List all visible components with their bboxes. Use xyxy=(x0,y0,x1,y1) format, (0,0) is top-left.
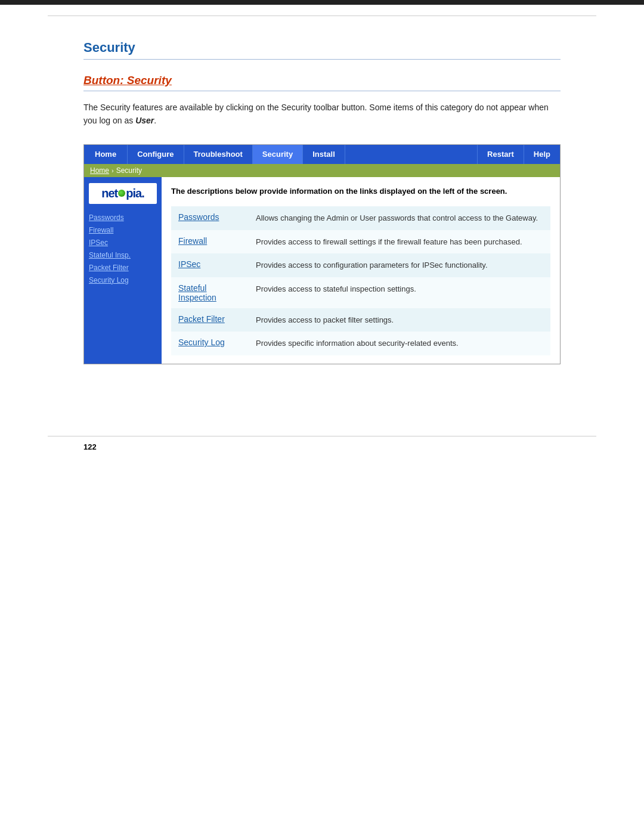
subsection-title: Button: Security xyxy=(83,74,561,91)
breadcrumb-bar: Home › Security xyxy=(84,164,560,177)
sidebar-firewall[interactable]: Firewall xyxy=(89,225,157,236)
security-items-table: PasswordsAllows changing the Admin or Us… xyxy=(171,206,550,355)
table-row: FirewallProvides access to firewall sett… xyxy=(171,230,550,254)
item-link-security-log[interactable]: Security Log xyxy=(178,337,225,347)
item-link-cell: Passwords xyxy=(171,206,249,230)
logo-text: netpia. xyxy=(101,187,144,200)
intro-text: The descriptions below provide informati… xyxy=(171,185,550,197)
subsection-prefix: Button: xyxy=(83,74,127,86)
logo-dot xyxy=(118,190,125,197)
item-link-cell: IPSec xyxy=(171,253,249,277)
sidebar: netpia. Passwords Firewall IPSec Statefu… xyxy=(84,177,162,364)
sidebar-packet-filter[interactable]: Packet Filter xyxy=(89,262,157,273)
item-desc-cell: Provides access to firewall settings if … xyxy=(249,230,550,254)
breadcrumb-current: Security xyxy=(116,166,142,175)
table-row: PasswordsAllows changing the Admin or Us… xyxy=(171,206,550,230)
sidebar-passwords[interactable]: Passwords xyxy=(89,212,157,223)
breadcrumb-separator: › xyxy=(112,167,114,174)
item-link-stateful-inspection[interactable]: Stateful Inspection xyxy=(178,283,216,302)
desc-end: . xyxy=(154,116,156,125)
description-text: The Security features are available by c… xyxy=(83,101,561,128)
item-link-cell: Firewall xyxy=(171,230,249,254)
toolbar-install[interactable]: Install xyxy=(303,145,345,164)
toolbar-nav: Configure Troubleshoot Security Install xyxy=(128,145,477,164)
top-bar xyxy=(0,0,644,5)
toolbar-restart[interactable]: Restart xyxy=(477,145,524,164)
toolbar-home-button[interactable]: Home xyxy=(84,145,128,164)
section-title: Security xyxy=(83,40,561,60)
item-desc-cell: Allows changing the Admin or User passwo… xyxy=(249,206,550,230)
browser-main: netpia. Passwords Firewall IPSec Statefu… xyxy=(84,177,560,364)
table-row: IPSecProvides access to configuration pa… xyxy=(171,253,550,277)
table-row: Packet FilterProvides access to packet f… xyxy=(171,308,550,332)
toolbar-troubleshoot[interactable]: Troubleshoot xyxy=(184,145,253,164)
item-desc-cell: Provides specific information about secu… xyxy=(249,332,550,355)
toolbar-right: Restart Help xyxy=(477,145,560,164)
sidebar-logo: netpia. xyxy=(89,183,157,204)
item-link-firewall[interactable]: Firewall xyxy=(178,236,207,246)
item-link-cell: Stateful Inspection xyxy=(171,277,249,308)
page-content: Security Button: Security The Security f… xyxy=(0,16,644,400)
content-panel: The descriptions below provide informati… xyxy=(162,177,560,364)
sidebar-ipsec[interactable]: IPSec xyxy=(89,237,157,248)
browser-mock: Home Configure Troubleshoot Security Ins… xyxy=(83,144,561,364)
item-desc-cell: Provides access to stateful inspection s… xyxy=(249,277,550,308)
desc-bold: User xyxy=(135,116,154,125)
item-link-packet-filter[interactable]: Packet Filter xyxy=(178,314,225,324)
breadcrumb-home[interactable]: Home xyxy=(90,166,109,175)
item-link-ipsec[interactable]: IPSec xyxy=(178,259,200,269)
table-row: Security LogProvides specific informatio… xyxy=(171,332,550,355)
page-number: 122 xyxy=(0,436,644,457)
sidebar-security-log[interactable]: Security Log xyxy=(89,275,157,286)
browser-toolbar: Home Configure Troubleshoot Security Ins… xyxy=(84,145,560,164)
toolbar-help[interactable]: Help xyxy=(524,145,560,164)
toolbar-security[interactable]: Security xyxy=(253,145,303,164)
sidebar-stateful-insp[interactable]: Stateful Insp. xyxy=(89,250,157,261)
item-link-cell: Packet Filter xyxy=(171,308,249,332)
table-row: Stateful InspectionProvides access to st… xyxy=(171,277,550,308)
item-link-cell: Security Log xyxy=(171,332,249,355)
toolbar-configure[interactable]: Configure xyxy=(128,145,184,164)
item-desc-cell: Provides access to packet filter setting… xyxy=(249,308,550,332)
subsection-link[interactable]: Security xyxy=(127,74,172,86)
item-link-passwords[interactable]: Passwords xyxy=(178,212,219,222)
item-desc-cell: Provides access to configuration paramet… xyxy=(249,253,550,277)
